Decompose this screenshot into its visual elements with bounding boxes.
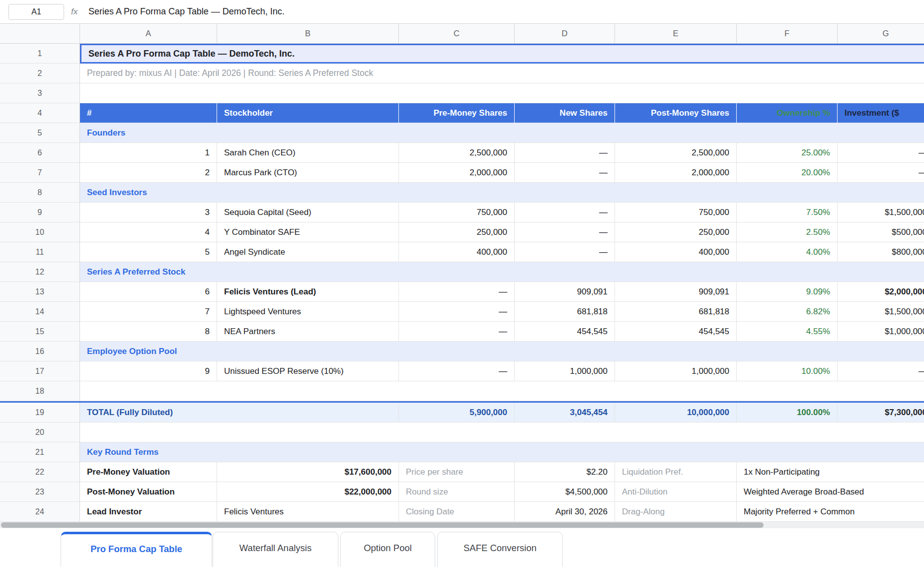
pre-money-shares-cell[interactable]: — <box>399 322 515 342</box>
investment-cell[interactable]: — <box>838 143 924 163</box>
ownership-pct-cell[interactable]: 4.00% <box>737 242 838 262</box>
new-shares-cell[interactable]: 454,545 <box>515 322 615 342</box>
row-number-7[interactable]: 7 <box>0 163 80 183</box>
term-value-cell[interactable]: Majority Preferred + Common <box>737 502 924 522</box>
row-number-8[interactable]: 8 <box>0 183 80 203</box>
ownership-pct-cell[interactable]: 9.09% <box>737 282 838 302</box>
sheet-tab-pro-forma-cap-table[interactable]: Pro Forma Cap Table <box>61 532 212 567</box>
column-header-C[interactable]: C <box>399 24 515 43</box>
term-label-cell[interactable]: Round size <box>399 482 515 502</box>
total-label-cell[interactable]: TOTAL (Fully Diluted) <box>80 403 399 423</box>
pre-money-shares-cell[interactable]: 2,000,000 <box>399 163 515 183</box>
header-col-ownership-pct[interactable]: Ownership % <box>737 103 838 123</box>
row-number-18[interactable]: 18 <box>0 381 80 401</box>
row-number-21[interactable]: 21 <box>0 442 80 462</box>
sheet-tab-safe-conversion[interactable]: SAFE Conversion <box>437 532 563 567</box>
term-label-cell[interactable]: Liquidation Pref. <box>615 462 737 482</box>
investment-cell[interactable]: $2,000,000 <box>838 282 924 302</box>
stockholder-cell[interactable]: Sarah Chen (CEO) <box>217 143 399 163</box>
ownership-pct-cell[interactable]: 10.00% <box>737 361 838 381</box>
term-value-cell[interactable]: $22,000,000 <box>217 482 399 502</box>
total-investment-cell[interactable]: $7,300,000 <box>838 403 924 423</box>
pre-money-shares-cell[interactable]: 2,500,000 <box>399 143 515 163</box>
term-label-cell[interactable]: Lead Investor <box>80 502 217 522</box>
post-money-shares-cell[interactable]: 1,000,000 <box>615 361 737 381</box>
stockholder-cell[interactable]: Sequoia Capital (Seed) <box>217 203 399 222</box>
new-shares-cell[interactable]: — <box>515 242 615 262</box>
pre-money-shares-cell[interactable]: 250,000 <box>399 222 515 242</box>
investment-cell[interactable]: $800,000 <box>838 242 924 262</box>
index-cell[interactable]: 3 <box>80 203 217 222</box>
term-value-cell[interactable]: Weighted Average Broad-Based <box>737 482 924 502</box>
post-money-shares-cell[interactable]: 454,545 <box>615 322 737 342</box>
sheet-tab-option-pool[interactable]: Option Pool <box>340 532 435 567</box>
row-number-6[interactable]: 6 <box>0 143 80 163</box>
investment-cell[interactable]: $1,500,000 <box>838 203 924 222</box>
post-money-shares-cell[interactable]: 2,000,000 <box>615 163 737 183</box>
row-number-17[interactable]: 17 <box>0 361 80 381</box>
new-shares-cell[interactable]: 681,818 <box>515 302 615 322</box>
row-number-20[interactable]: 20 <box>0 423 80 442</box>
new-shares-cell[interactable]: — <box>515 143 615 163</box>
empty-row-cell[interactable] <box>80 83 924 103</box>
index-cell[interactable]: 9 <box>80 361 217 381</box>
header-col-investment[interactable]: Investment ($ <box>838 103 924 123</box>
term-value-cell[interactable]: April 30, 2026 <box>515 502 615 522</box>
stockholder-cell[interactable]: Unissued ESOP Reserve (10%) <box>217 361 399 381</box>
total-ownership-cell[interactable]: 100.00% <box>737 403 838 423</box>
new-shares-cell[interactable]: — <box>515 203 615 222</box>
ownership-pct-cell[interactable]: 6.82% <box>737 302 838 322</box>
horizontal-scrollbar-track[interactable] <box>0 522 924 528</box>
ownership-pct-cell[interactable]: 4.55% <box>737 322 838 342</box>
new-shares-cell[interactable]: 1,000,000 <box>515 361 615 381</box>
post-money-shares-cell[interactable]: 250,000 <box>615 222 737 242</box>
pre-money-shares-cell[interactable]: — <box>399 361 515 381</box>
stockholder-cell[interactable]: Marcus Park (CTO) <box>217 163 399 183</box>
term-label-cell[interactable]: Closing Date <box>399 502 515 522</box>
pre-money-shares-cell[interactable]: — <box>399 282 515 302</box>
new-shares-cell[interactable]: — <box>515 222 615 242</box>
row-number-4[interactable]: 4 <box>0 103 80 123</box>
column-header-D[interactable]: D <box>515 24 615 43</box>
investment-cell[interactable]: — <box>838 361 924 381</box>
index-cell[interactable]: 1 <box>80 143 217 163</box>
stockholder-cell[interactable]: Lightspeed Ventures <box>217 302 399 322</box>
horizontal-scrollbar-thumb[interactable] <box>1 522 764 528</box>
post-money-shares-cell[interactable]: 400,000 <box>615 242 737 262</box>
column-header-B[interactable]: B <box>217 24 399 43</box>
empty-row-cell[interactable] <box>80 423 924 442</box>
ownership-pct-cell[interactable]: 7.50% <box>737 203 838 222</box>
formula-input[interactable]: Series A Pro Forma Cap Table — DemoTech,… <box>88 0 285 23</box>
term-value-cell[interactable]: 1x Non-Participating <box>737 462 924 482</box>
pre-money-shares-cell[interactable]: 400,000 <box>399 242 515 262</box>
row-number-14[interactable]: 14 <box>0 302 80 322</box>
investment-cell[interactable]: $1,500,000 <box>838 302 924 322</box>
post-money-shares-cell[interactable]: 750,000 <box>615 203 737 222</box>
new-shares-cell[interactable]: 909,091 <box>515 282 615 302</box>
row-number-10[interactable]: 10 <box>0 222 80 242</box>
prepared-by-cell[interactable]: Prepared by: mixus AI | Date: April 2026… <box>80 64 924 83</box>
cell-name-box[interactable]: A1 <box>8 4 64 20</box>
row-number-3[interactable]: 3 <box>0 83 80 103</box>
total-new-shares-cell[interactable]: 3,045,454 <box>515 403 615 423</box>
stockholder-cell[interactable]: Felicis Ventures (Lead) <box>217 282 399 302</box>
sheet-tab-waterfall-analysis[interactable]: Waterfall Analysis <box>213 532 338 567</box>
column-header-G[interactable]: G <box>838 24 924 43</box>
ownership-pct-cell[interactable]: 2.50% <box>737 222 838 242</box>
term-label-cell[interactable]: Drag-Along <box>615 502 737 522</box>
new-shares-cell[interactable]: — <box>515 163 615 183</box>
row-number-19[interactable]: 19 <box>0 403 80 423</box>
row-number-11[interactable]: 11 <box>0 242 80 262</box>
term-label-cell[interactable]: Post-Money Valuation <box>80 482 217 502</box>
term-value-cell[interactable]: Felicis Ventures <box>217 502 399 522</box>
row-number-16[interactable]: 16 <box>0 342 80 361</box>
investment-cell[interactable]: $500,000 <box>838 222 924 242</box>
row-number-1[interactable]: 1 <box>0 44 80 64</box>
empty-row-cell[interactable] <box>80 381 924 401</box>
row-number-5[interactable]: 5 <box>0 123 80 143</box>
section-label-cell[interactable]: Key Round Terms <box>80 442 924 462</box>
investment-cell[interactable]: — <box>838 163 924 183</box>
term-label-cell[interactable]: Pre-Money Valuation <box>80 462 217 482</box>
select-all-corner[interactable] <box>0 24 80 43</box>
index-cell[interactable]: 2 <box>80 163 217 183</box>
